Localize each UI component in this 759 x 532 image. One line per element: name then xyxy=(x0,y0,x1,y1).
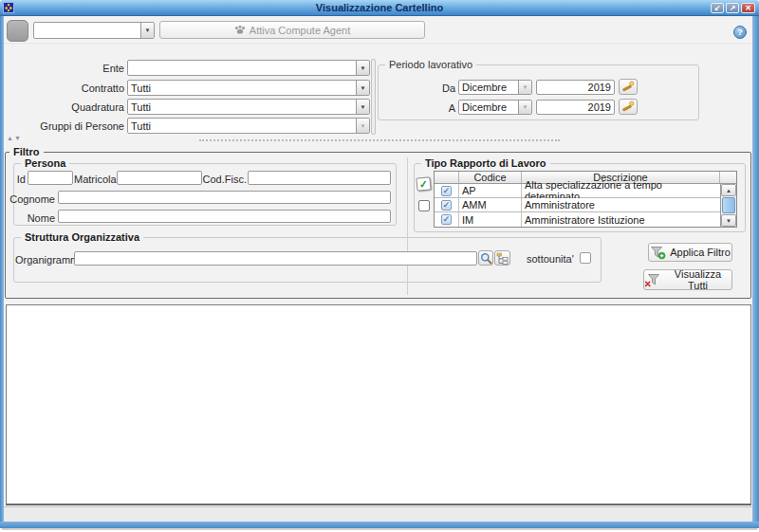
help-icon[interactable]: ? xyxy=(733,26,747,39)
table-row[interactable]: ✓ AP Alta specializzazione a tempo deter… xyxy=(435,184,720,198)
table-row[interactable]: ✓ IM Amministratore Istituzione xyxy=(435,212,720,227)
ente-combo[interactable]: ▼ xyxy=(127,60,370,76)
organigramma-label: Organigramma xyxy=(15,254,72,266)
scrollbar-thumb[interactable] xyxy=(722,197,735,213)
da-month-combo[interactable]: Dicembre ▼ xyxy=(458,80,532,95)
maximize-window-button[interactable]: ↗ xyxy=(726,3,739,13)
row-codice: AP xyxy=(459,184,522,197)
paw-icon xyxy=(234,25,246,35)
title-bar[interactable]: Visualizzazione Cartellino ↙ ↗ ✕ xyxy=(0,0,759,16)
chevron-down-icon[interactable]: ▼ xyxy=(518,81,531,94)
header-codice[interactable]: Codice xyxy=(459,172,522,183)
chevron-down-icon[interactable]: ▼ xyxy=(356,100,369,114)
org-tree-icon xyxy=(496,252,509,265)
quadratura-combo-value: Tutti xyxy=(128,100,356,114)
table-row[interactable]: ✓ AMM Amministratore xyxy=(435,198,720,212)
select-all-checkbox-icon[interactable]: ✓ xyxy=(416,176,431,191)
gruppi-di-persone-combo[interactable]: Tutti ▼ xyxy=(127,118,370,134)
da-calendar-wand-button[interactable] xyxy=(619,79,638,95)
contratto-combo[interactable]: Tutti ▼ xyxy=(127,80,370,96)
nome-label: Nome xyxy=(9,212,55,224)
gruppi-combo-value: Tutti xyxy=(128,119,356,133)
matricola-label: Matricola xyxy=(74,174,114,185)
form-panel-splitter[interactable] xyxy=(371,59,376,135)
row-checkbox[interactable]: ✓ xyxy=(441,186,452,196)
window-shadow xyxy=(2,528,757,530)
filter-add-icon xyxy=(650,246,666,260)
sottounita-checkbox[interactable] xyxy=(580,252,591,264)
row-descrizione: Alta specializzazione a tempo determinat… xyxy=(522,184,720,197)
attiva-compute-agent-label: Attiva Compute Agent xyxy=(250,25,350,36)
a-month-combo[interactable]: Dicembre ▼ xyxy=(458,100,532,115)
row-checkbox[interactable]: ✓ xyxy=(441,214,452,225)
filter-clear-icon xyxy=(644,273,660,287)
magic-wand-icon xyxy=(621,101,635,113)
attiva-compute-agent-button[interactable]: Attiva Compute Agent xyxy=(159,21,425,39)
nome-input[interactable] xyxy=(58,210,391,223)
organigramma-input[interactable] xyxy=(74,251,477,266)
periodo-lavorativo-title: Periodo lavorativo xyxy=(385,59,476,70)
id-label: Id xyxy=(5,174,26,185)
results-panel[interactable] xyxy=(6,304,751,505)
a-calendar-wand-button[interactable] xyxy=(619,99,638,115)
chevron-down-icon[interactable]: ▼ xyxy=(356,61,369,75)
applica-filtro-label: Applica Filtro xyxy=(670,247,731,258)
id-input[interactable] xyxy=(28,171,73,185)
filtro-title: Filtro xyxy=(9,146,44,157)
a-label: A xyxy=(417,102,455,114)
window-border-right xyxy=(752,16,759,522)
row-checkbox[interactable]: ✓ xyxy=(441,200,452,211)
magic-wand-icon xyxy=(621,81,635,93)
scroll-down-icon[interactable]: ▼ xyxy=(721,214,736,227)
header-scroll-corner xyxy=(720,172,736,183)
toolbar-combo[interactable]: ▼ xyxy=(33,22,155,39)
visualizza-tutti-button[interactable]: Visualizza Tutti xyxy=(643,269,732,290)
a-year-input[interactable] xyxy=(536,100,615,115)
chevron-down-icon[interactable]: ▼ xyxy=(518,101,531,114)
table-scrollbar[interactable]: ▲ ▼ xyxy=(720,184,736,227)
splitter-drag-handle[interactable] xyxy=(199,139,560,141)
gruppi-di-persone-label: Gruppi di Persone xyxy=(0,120,124,132)
app-window: Visualizzazione Cartellino ↙ ↗ ✕ ▼ Attiv… xyxy=(0,0,759,532)
scroll-up-icon[interactable]: ▲ xyxy=(721,184,736,196)
struttura-title: Struttura Organizzativa xyxy=(21,231,143,243)
cognome-input[interactable] xyxy=(58,191,391,204)
ente-combo-value xyxy=(128,61,356,75)
quadratura-label: Quadratura xyxy=(0,101,124,113)
sottounita-label: sottounita' xyxy=(527,253,576,265)
organigramma-tree-button[interactable] xyxy=(494,250,510,266)
header-checkbox-column xyxy=(435,172,459,183)
window-border-bottom xyxy=(0,522,759,528)
window-title: Visualizzazione Cartellino xyxy=(0,2,759,13)
splitter-collapse-arrows[interactable]: ▲▼ xyxy=(7,135,22,141)
status-bar xyxy=(4,506,752,522)
applica-filtro-button[interactable]: Applica Filtro xyxy=(648,243,732,262)
toolbar-separator xyxy=(4,42,752,44)
row-codice: IM xyxy=(459,212,522,227)
persona-title: Persona xyxy=(21,157,69,169)
quadratura-combo[interactable]: Tutti ▼ xyxy=(127,99,370,115)
chevron-down-icon[interactable]: ▼ xyxy=(140,23,154,38)
row-codice: AMM xyxy=(459,198,522,211)
chevron-down-icon[interactable]: ▼ xyxy=(356,81,369,95)
toolbar-disabled-button[interactable] xyxy=(7,20,28,42)
deselect-all-checkbox[interactable] xyxy=(418,200,430,211)
contratto-combo-value: Tutti xyxy=(128,81,356,95)
a-month-value: Dicembre xyxy=(459,101,518,114)
row-descrizione: Amministratore Istituzione xyxy=(522,212,720,227)
close-window-button[interactable]: ✕ xyxy=(741,3,755,13)
tipo-rapporto-table: Codice Descrizione ✓ AP Alta specializza… xyxy=(434,171,737,228)
contratto-label: Contratto xyxy=(0,83,124,94)
restore-window-button[interactable]: ↙ xyxy=(711,3,724,13)
search-icon xyxy=(480,252,492,265)
chevron-down-icon[interactable]: ▼ xyxy=(356,119,369,133)
organigramma-search-button[interactable] xyxy=(478,250,493,266)
cod-fisc-label: Cod.Fisc. xyxy=(201,174,247,185)
toolbar-combo-value xyxy=(34,23,140,38)
da-year-input[interactable] xyxy=(536,80,615,95)
cod-fisc-input[interactable] xyxy=(248,171,391,185)
da-month-value: Dicembre xyxy=(459,81,518,94)
matricola-input[interactable] xyxy=(117,171,202,185)
ente-label: Ente xyxy=(0,63,124,74)
da-label: Da xyxy=(417,83,455,94)
